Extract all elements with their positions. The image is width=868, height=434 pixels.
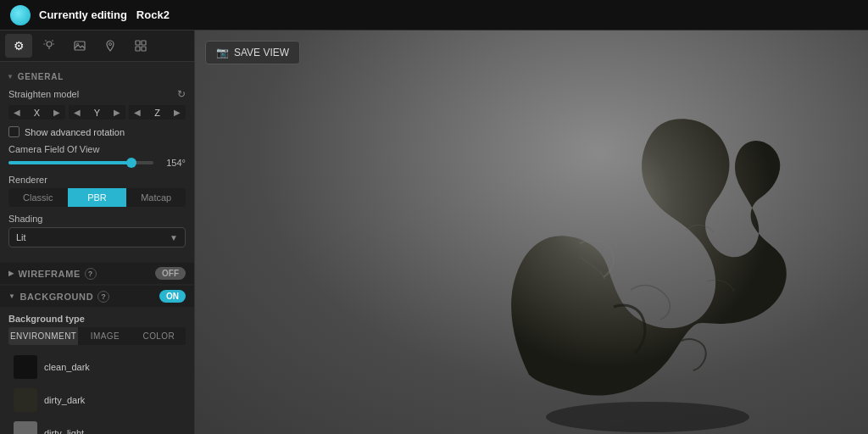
wireframe-toggle-row[interactable]: ▶ WIREFRAME ? OFF <box>0 263 194 284</box>
env-item-clean-dark[interactable]: clean_dark <box>8 352 186 382</box>
tab-location[interactable] <box>97 34 124 58</box>
save-view-button[interactable]: 📷 SAVE VIEW <box>205 41 300 64</box>
wireframe-chevron: ▶ <box>8 270 14 277</box>
svg-rect-10 <box>142 41 146 45</box>
svg-rect-12 <box>142 47 146 51</box>
axis-controls: ◀ X ▶ ◀ Y ▶ ◀ Z ▶ <box>8 105 186 120</box>
renderer-matcap[interactable]: Matcap <box>126 188 186 207</box>
main-layout: ⚙ ▼ GENERAL Strai <box>0 31 868 434</box>
shading-row: Shading Lit ▼ <box>8 214 186 248</box>
axis-x-group: ◀ X ▶ <box>8 105 65 120</box>
svg-line-4 <box>46 41 47 42</box>
background-toggle-pill[interactable]: ON <box>159 290 186 303</box>
viewport: 📷 SAVE VIEW <box>195 31 868 434</box>
wireframe-help-icon[interactable]: ? <box>85 268 97 280</box>
svg-point-13 <box>546 402 749 432</box>
renderer-group: Classic PBR Matcap <box>8 188 186 207</box>
tab-settings[interactable]: ⚙ <box>5 34 32 58</box>
bg-type-label: Background type <box>0 309 194 327</box>
axis-y-right[interactable]: ▶ <box>112 107 122 118</box>
env-thumb-clean-dark <box>14 355 37 379</box>
wireframe-left: ▶ WIREFRAME ? <box>8 268 97 280</box>
top-bar: Currently editing Rock2 <box>0 0 868 31</box>
tab-light[interactable] <box>36 34 63 58</box>
renderer-row: Renderer Classic PBR Matcap <box>8 175 186 207</box>
bg-tab-image[interactable]: IMAGE <box>78 327 131 345</box>
app-logo <box>10 5 31 25</box>
icon-tabs: ⚙ <box>0 31 194 62</box>
bg-tab-color[interactable]: COLOR <box>132 327 186 345</box>
svg-point-0 <box>47 42 52 47</box>
axis-y-group: ◀ Y ▶ <box>69 105 125 120</box>
camera-icon: 📷 <box>216 47 229 58</box>
env-thumb-dirty-light <box>14 421 37 434</box>
svg-rect-9 <box>136 41 140 45</box>
shading-arrow: ▼ <box>170 233 178 242</box>
sidebar-content: ▼ GENERAL Straighten model ↻ ◀ X ▶ ◀ <box>0 62 194 434</box>
model-name: Rock2 <box>136 8 170 21</box>
shading-label: Shading <box>8 214 186 224</box>
axis-y-left[interactable]: ◀ <box>72 107 82 118</box>
background-help-icon[interactable]: ? <box>97 291 109 303</box>
straighten-model-row: Straighten model ↻ <box>8 88 186 100</box>
fov-slider-thumb[interactable] <box>126 158 136 168</box>
renderer-label: Renderer <box>8 175 186 185</box>
axis-z-left[interactable]: ◀ <box>132 107 142 118</box>
tab-image[interactable] <box>66 34 93 58</box>
env-name-dirty-dark: dirty_dark <box>44 395 85 405</box>
renderer-pbr[interactable]: PBR <box>68 188 127 207</box>
bg-tab-environment[interactable]: ENVIRONMENT <box>8 327 78 345</box>
fov-slider-track[interactable] <box>8 161 153 164</box>
axis-x-left[interactable]: ◀ <box>12 107 22 118</box>
bg-tabs: ENVIRONMENT IMAGE COLOR <box>8 327 186 345</box>
editing-label: Currently editing Rock2 <box>39 8 170 21</box>
straighten-label: Straighten model <box>8 89 79 99</box>
wireframe-label: WIREFRAME <box>19 269 81 279</box>
currently-editing-text: Currently editing <box>39 8 127 21</box>
wireframe-toggle-pill[interactable]: OFF <box>155 267 186 280</box>
env-name-dirty-light: dirty_light <box>44 428 84 434</box>
general-chevron: ▼ <box>7 73 14 81</box>
background-label: BACKGROUND <box>20 292 94 302</box>
shading-select[interactable]: Lit ▼ <box>8 227 186 248</box>
rock-model <box>461 53 800 434</box>
axis-z-label: Z <box>145 108 170 118</box>
axis-x-label: X <box>25 108 49 118</box>
fov-slider-row: 154° <box>8 158 186 168</box>
fov-slider-fill <box>8 161 131 164</box>
fov-label: Camera Field Of View <box>8 144 186 154</box>
tab-grid[interactable] <box>127 34 154 58</box>
svg-rect-11 <box>136 47 140 51</box>
advanced-rotation-row[interactable]: Show advanced rotation <box>8 126 186 137</box>
svg-point-8 <box>109 43 112 46</box>
advanced-rotation-checkbox[interactable] <box>8 126 19 137</box>
env-thumb-dirty-dark <box>14 388 37 412</box>
renderer-classic[interactable]: Classic <box>8 188 68 207</box>
env-list: clean_dark dirty_dark dirty_light <box>0 352 194 434</box>
axis-x-right[interactable]: ▶ <box>52 107 62 118</box>
background-toggle-row[interactable]: ▼ BACKGROUND ? ON <box>0 286 194 307</box>
sidebar: ⚙ ▼ GENERAL Strai <box>0 31 195 434</box>
axis-z-group: ◀ Z ▶ <box>129 105 186 120</box>
fov-row: Camera Field Of View 154° <box>8 144 186 168</box>
axis-y-label: Y <box>85 108 109 118</box>
env-item-dirty-light[interactable]: dirty_light <box>8 418 186 434</box>
svg-rect-6 <box>75 42 85 50</box>
shading-value: Lit <box>16 232 26 242</box>
general-body: Straighten model ↻ ◀ X ▶ ◀ Y ▶ ◀ <box>0 85 194 261</box>
svg-line-5 <box>53 41 53 42</box>
env-item-dirty-dark[interactable]: dirty_dark <box>8 385 186 415</box>
general-label: GENERAL <box>18 72 64 81</box>
env-name-clean-dark: clean_dark <box>44 362 90 372</box>
fov-value: 154° <box>159 158 186 168</box>
section-general[interactable]: ▼ GENERAL <box>0 69 194 85</box>
advanced-rotation-label: Show advanced rotation <box>25 127 125 137</box>
background-left: ▼ BACKGROUND ? <box>8 291 109 303</box>
save-view-label: SAVE VIEW <box>234 47 289 58</box>
refresh-icon[interactable]: ↻ <box>177 88 186 100</box>
background-chevron: ▼ <box>8 292 16 300</box>
axis-z-right[interactable]: ▶ <box>172 107 182 118</box>
